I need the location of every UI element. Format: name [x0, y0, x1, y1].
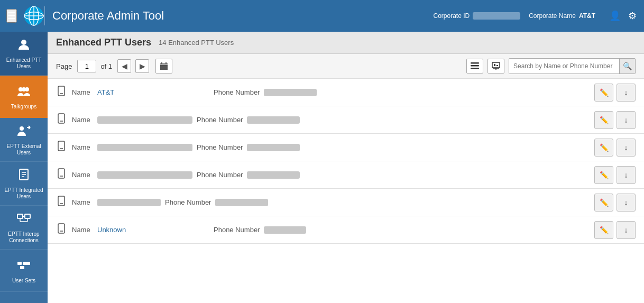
table-row: Name Phone Number ✏️ ↓	[48, 189, 644, 216]
device-icon	[56, 141, 72, 154]
page-input[interactable]	[77, 60, 96, 72]
phone-label: Phone Number	[214, 226, 260, 234]
search-input[interactable]	[509, 59, 619, 74]
svg-rect-37	[58, 114, 65, 123]
page-label: Page	[56, 62, 72, 70]
svg-rect-29	[471, 68, 479, 69]
device-icon	[56, 113, 72, 126]
edit-button[interactable]: ✏️	[594, 111, 613, 129]
user-icon[interactable]: 👤	[608, 9, 622, 23]
device-icon	[56, 223, 72, 236]
sidebar-item-enhanced-ptt-users-label: Enhanced PTT Users	[2, 57, 45, 70]
sidebar-item-eptt-external-users-label: EPTT External Users	[2, 143, 45, 156]
user-name-blurred	[97, 171, 192, 179]
svg-rect-31	[494, 64, 495, 66]
phone-label: Phone Number	[197, 143, 243, 151]
header-divider	[44, 6, 45, 25]
svg-rect-27	[471, 62, 479, 64]
table-row: Name Phone Number ✏️ ↓	[48, 161, 644, 189]
page-title: Enhanced PTT Users	[56, 37, 151, 48]
svg-rect-43	[58, 196, 65, 206]
download-button[interactable]: ↓	[617, 84, 636, 102]
talkgroups-icon	[16, 84, 31, 102]
download-button[interactable]: ↓	[617, 111, 636, 129]
content-header: Enhanced PTT Users 14 Enhanced PTT Users	[48, 32, 644, 54]
sidebar-item-talkgroups[interactable]: Talkgroups	[0, 76, 48, 118]
export-button[interactable]	[487, 59, 504, 74]
phone-value-blurred	[215, 199, 268, 206]
user-name-blurred	[97, 144, 192, 151]
sidebar-item-eptt-integrated-users[interactable]: EPTT Integrated Users	[0, 162, 48, 206]
svg-rect-18	[25, 214, 30, 218]
phone-value-blurred	[264, 226, 306, 234]
edit-button[interactable]: ✏️	[594, 221, 613, 239]
phone-label: Phone Number	[197, 171, 243, 179]
corp-name-value: AT&T	[579, 12, 595, 20]
user-name-blurred	[97, 199, 161, 206]
name-label: Name	[72, 116, 93, 124]
corp-name-label: Corporate Name	[529, 12, 576, 20]
menu-icon[interactable]: ☰	[6, 9, 17, 23]
prev-page-button[interactable]: ◀	[117, 59, 131, 73]
user-sets-icon	[16, 258, 31, 276]
list-view-button[interactable]	[466, 59, 483, 74]
sidebar-item-eptt-interop-connections[interactable]: EPTT Interop Connections	[0, 206, 48, 250]
phone-value-blurred	[247, 171, 300, 179]
sidebar-item-eptt-interop-connections-label: EPTT Interop Connections	[2, 231, 45, 244]
edit-button[interactable]: ✏️	[594, 84, 613, 102]
content-area: Enhanced PTT Users 14 Enhanced PTT Users…	[48, 32, 644, 303]
svg-rect-17	[17, 214, 23, 218]
header-right: Corporate ID Corporate Name AT&T 👤 ⚙	[433, 9, 638, 23]
corp-id-value	[473, 12, 520, 20]
edit-button[interactable]: ✏️	[594, 139, 613, 157]
svg-rect-26	[26, 262, 30, 265]
settings-icon[interactable]: ⚙	[627, 9, 638, 23]
app-title: Corporate Admin Tool	[52, 9, 433, 23]
row-actions: ✏️ ↓	[594, 111, 636, 129]
row-actions: ✏️ ↓	[594, 194, 636, 212]
user-name: AT&T	[97, 88, 214, 96]
svg-rect-32	[496, 65, 498, 66]
sidebar-item-user-sets[interactable]: User Sets	[0, 250, 48, 292]
phone-label: Phone Number	[165, 198, 211, 206]
sidebar-item-eptt-integrated-users-label: EPTT Integrated Users	[2, 187, 45, 200]
corp-id-label: Corporate ID	[433, 12, 470, 20]
phone-value-blurred	[264, 89, 317, 96]
user-name: Unknown	[97, 226, 214, 234]
eptt-integrated-users-icon	[16, 167, 31, 185]
download-button[interactable]: ↓	[617, 194, 636, 212]
edit-button[interactable]: ✏️	[594, 194, 613, 212]
name-label: Name	[72, 198, 93, 206]
download-button[interactable]: ↓	[617, 221, 636, 239]
name-label: Name	[72, 226, 93, 234]
device-icon	[56, 86, 72, 99]
svg-point-5	[21, 40, 26, 45]
page-subtitle: 14 Enhanced PTT Users	[159, 39, 234, 47]
sidebar-item-talkgroups-label: Talkgroups	[11, 104, 36, 110]
sidebar-item-eptt-external-users[interactable]: EPTT External Users	[0, 118, 48, 162]
sidebar: Enhanced PTT Users Talkgroups	[0, 32, 48, 303]
download-button[interactable]: ↓	[617, 139, 636, 157]
header-icons: 👤 ⚙	[608, 9, 638, 23]
tools-button[interactable]	[155, 59, 172, 74]
name-label: Name	[72, 143, 93, 151]
svg-rect-30	[492, 62, 500, 68]
svg-point-9	[20, 126, 24, 131]
svg-rect-35	[58, 86, 65, 96]
sidebar-item-user-sets-label: User Sets	[12, 278, 35, 284]
corp-name-section: Corporate Name AT&T	[529, 12, 595, 20]
eptt-external-users-icon	[16, 123, 31, 141]
search-button[interactable]: 🔍	[619, 59, 635, 74]
edit-button[interactable]: ✏️	[594, 166, 613, 184]
row-actions: ✏️ ↓	[594, 139, 636, 157]
download-button[interactable]: ↓	[617, 166, 636, 184]
toolbar: Page of 1 ◀ ▶	[48, 54, 644, 79]
sidebar-item-enhanced-ptt-users[interactable]: Enhanced PTT Users	[0, 32, 48, 76]
next-page-button[interactable]: ▶	[135, 59, 149, 73]
att-logo	[23, 5, 44, 26]
row-actions: ✏️ ↓	[594, 84, 636, 102]
svg-rect-28	[471, 65, 479, 67]
svg-point-8	[22, 87, 26, 91]
phone-value-blurred	[247, 116, 300, 124]
users-table: Name AT&T Phone Number ✏️ ↓ Name	[48, 79, 644, 303]
